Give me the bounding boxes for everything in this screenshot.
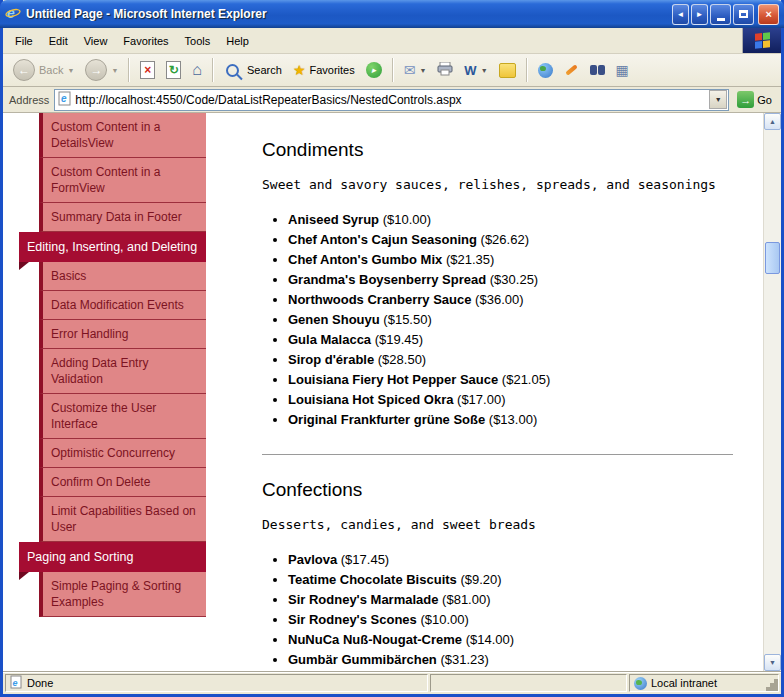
product-name: Aniseed Syrup	[288, 212, 379, 227]
back-arrow-glyph: ←	[18, 63, 30, 77]
menu-view[interactable]: View	[76, 32, 116, 50]
menu-help[interactable]: Help	[218, 32, 257, 50]
title-nav-back-button[interactable]: ◄	[672, 4, 689, 25]
windows-logo-icon	[742, 28, 781, 53]
scroll-up-button[interactable]: ▲	[764, 113, 781, 130]
sidebar-item-simple-paging-sorting-examples[interactable]: Simple Paging & Sorting Examples	[39, 572, 206, 617]
search-button[interactable]: Search	[220, 60, 286, 81]
msn-button[interactable]	[534, 61, 557, 80]
forward-dropdown-icon: ▼	[111, 67, 118, 74]
sidebar-item-basics[interactable]: Basics	[39, 262, 206, 291]
scrollbar-track[interactable]	[764, 130, 781, 654]
discuss-button[interactable]	[586, 63, 609, 77]
scroll-up-icon: ▲	[769, 118, 776, 125]
browser-viewport: Custom Content in a DetailsViewCustom Co…	[3, 113, 781, 671]
refresh-button[interactable]: ↻	[162, 59, 185, 81]
title-bar[interactable]: e Untitled Page - Microsoft Internet Exp…	[0, 0, 784, 28]
chevron-down-icon: ▼	[715, 96, 722, 103]
product-item: Aniseed Syrup ($10.00)	[288, 212, 733, 228]
mail-button[interactable]: ✉ ▼	[400, 60, 431, 80]
toolbar-grid-icon: ▦	[616, 62, 629, 78]
sidebar-item-summary-data-in-footer[interactable]: Summary Data in Footer	[39, 203, 206, 232]
left-arrow-icon: ◄	[677, 10, 685, 19]
vertical-scrollbar[interactable]: ▲ ▼	[763, 113, 781, 671]
product-price: ($21.05)	[498, 372, 550, 387]
sidebar-item-data-modification-events[interactable]: Data Modification Events	[39, 291, 206, 320]
print-button[interactable]	[433, 60, 457, 80]
product-item: Gumbär Gummibärchen ($31.23)	[288, 652, 733, 668]
messenger-button[interactable]	[495, 61, 520, 80]
section-divider	[262, 454, 733, 455]
address-input[interactable]	[75, 93, 706, 107]
category-title: Confections	[262, 479, 733, 501]
product-price: ($13.00)	[485, 412, 537, 427]
sidebar-item-confirm-on-delete[interactable]: Confirm On Delete	[39, 468, 206, 497]
product-item: Original Frankfurter grüne Soße ($13.00)	[288, 412, 733, 428]
product-item: Northwoods Cranberry Sauce ($36.00)	[288, 292, 733, 308]
right-arrow-icon: ►	[696, 10, 704, 19]
resize-grip[interactable]	[774, 687, 778, 691]
page-favicon: e	[58, 91, 72, 108]
minimize-button[interactable]	[710, 4, 731, 25]
toolbar-separator	[526, 58, 528, 82]
maximize-button[interactable]	[733, 4, 754, 25]
media-button[interactable]: ▸	[362, 60, 386, 80]
sidebar-item-adding-data-entry-validation[interactable]: Adding Data Entry Validation	[39, 349, 206, 394]
svg-text:e: e	[7, 5, 15, 21]
sidebar-item-custom-content-in-a-formview[interactable]: Custom Content in a FormView	[39, 158, 206, 203]
product-price: ($31.23)	[437, 652, 489, 667]
sidebar-item-custom-content-in-a-detailsview[interactable]: Custom Content in a DetailsView	[39, 113, 206, 158]
minimize-icon	[717, 18, 725, 21]
scroll-down-button[interactable]: ▼	[764, 654, 781, 671]
product-price: ($36.00)	[472, 292, 524, 307]
title-nav-forward-button[interactable]: ►	[691, 4, 708, 25]
favorites-star-icon: ★	[293, 62, 306, 78]
sidebar-item-optimistic-concurrency[interactable]: Optimistic Concurrency	[39, 439, 206, 468]
menu-file[interactable]: File	[7, 32, 41, 50]
product-name: Gumbär Gummibärchen	[288, 652, 437, 667]
sidebar-item-customize-the-user-interface[interactable]: Customize the User Interface	[39, 394, 206, 439]
product-name: Grandma's Boysenberry Spread	[288, 272, 486, 287]
menu-edit[interactable]: Edit	[41, 32, 76, 50]
forward-button[interactable]: → ▼	[81, 57, 122, 83]
sidebar-item-limit-capabilities-based-on-user[interactable]: Limit Capabilities Based on User	[39, 497, 206, 542]
home-button[interactable]: ⌂	[188, 59, 206, 81]
go-button[interactable]: → Go	[734, 90, 775, 109]
address-dropdown-button[interactable]: ▼	[709, 90, 727, 109]
back-button[interactable]: ← Back ▼	[9, 57, 78, 83]
svg-text:e: e	[13, 678, 18, 688]
address-label: Address	[9, 94, 49, 106]
sidebar-header-editing-inserting-and-deleting[interactable]: Editing, Inserting, and Deleting	[19, 232, 206, 262]
category-description: Desserts, candies, and sweet breads	[262, 517, 733, 532]
menu-tools[interactable]: Tools	[177, 32, 219, 50]
forward-arrow-glyph: →	[90, 63, 102, 77]
favorites-button[interactable]: ★ Favorites	[289, 60, 359, 80]
product-price: ($19.45)	[371, 332, 423, 347]
discuss-icon	[590, 65, 605, 75]
close-icon: ×	[765, 8, 771, 20]
toolbar-options-button[interactable]: ▦	[612, 60, 633, 80]
messenger-icon	[499, 63, 516, 78]
product-item: Louisiana Hot Spiced Okra ($17.00)	[288, 392, 733, 408]
product-name: Louisiana Hot Spiced Okra	[288, 392, 453, 407]
scrollbar-thumb[interactable]	[765, 242, 780, 274]
svg-text:e: e	[61, 93, 67, 104]
home-icon: ⌂	[192, 61, 202, 79]
toolbar-separator	[128, 58, 130, 82]
product-price: ($10.00)	[379, 212, 431, 227]
product-item: Sir Rodney's Scones ($10.00)	[288, 612, 733, 628]
standard-toolbar: ← Back ▼ → ▼ × ↻ ⌂ Search ★ Favorites ▸	[3, 54, 781, 87]
intranet-zone-icon	[634, 677, 647, 690]
stop-icon: ×	[140, 61, 155, 79]
stop-button[interactable]: ×	[136, 59, 159, 81]
category-description: Sweet and savory sauces, relishes, sprea…	[262, 177, 733, 192]
close-button[interactable]: ×	[758, 4, 779, 25]
menu-favorites[interactable]: Favorites	[115, 32, 176, 50]
product-name: Sir Rodney's Marmalade	[288, 592, 438, 607]
sidebar-header-paging-and-sorting[interactable]: Paging and Sorting	[19, 542, 206, 572]
edit-with-word-button[interactable]: W ▼	[460, 61, 491, 80]
research-button[interactable]	[560, 60, 583, 80]
sidebar-item-error-handling[interactable]: Error Handling	[39, 320, 206, 349]
status-pane-main: e Done	[5, 674, 428, 692]
product-name: Chef Anton's Cajun Seasoning	[288, 232, 477, 247]
